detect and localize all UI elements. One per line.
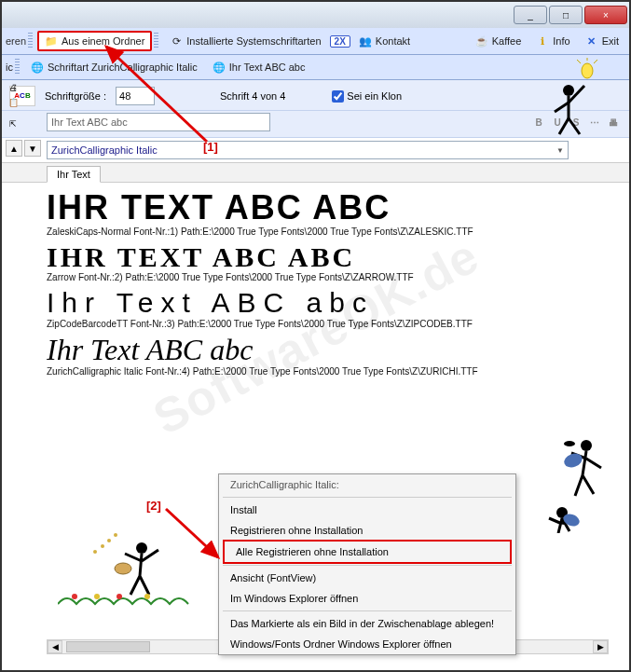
clone-checkbox-row[interactable]: Sei ein Klon	[332, 90, 402, 103]
context-menu: ZurichCalligraphic Italic: Install Regis…	[218, 473, 516, 655]
chevron-down-icon: ▼	[556, 146, 564, 155]
toolbar-grip	[15, 59, 20, 75]
annotation-marker-2: [2]	[146, 499, 161, 513]
print-icon[interactable]: 🖶	[605, 115, 622, 130]
twox-button[interactable]: 2X	[330, 35, 350, 48]
globe-icon: 🌐	[213, 61, 226, 74]
side-buttons: 🖨 📋	[6, 81, 21, 109]
text-input-row: ⇱ B U S ⋯ 🖶	[2, 111, 629, 138]
font-sample[interactable]: Ihr Text ABC abc ZipCodeBarcodeTT Font-N…	[47, 288, 620, 329]
font-sample[interactable]: IHR TEXT ABC ABC Zarrow Font-Nr.:2) Path…	[47, 242, 620, 283]
controls-row: 🖨 📋 ACB Schriftgröße : Schrift 4 von 4 S…	[2, 80, 629, 111]
underline-button[interactable]: U	[549, 115, 566, 130]
sample-text: IHR TEXT ABC ABC	[47, 242, 620, 272]
scroll-thumb[interactable]	[66, 641, 150, 652]
menu-item-install[interactable]: Install	[219, 500, 515, 520]
refresh-icon: ⟳	[170, 34, 183, 48]
toolbar-grip	[154, 33, 158, 49]
more-icon[interactable]: ⋯	[586, 115, 603, 130]
from-folder-button[interactable]: 📁 Aus einem Ordner	[37, 31, 152, 51]
sample-path: ZaleskiCaps-Normal Font-Nr.:1) Path:E:\2…	[47, 226, 620, 237]
font-name-row: ▲ ▼ ZurichCalligraphic Italic ▼	[2, 138, 629, 163]
menu-item-fonts-folder[interactable]: Windows/Fonts Ordner Windows Explorer öf…	[219, 634, 515, 654]
sample-text: Ihr Text ABC abc	[47, 288, 620, 318]
menu-item-register-all[interactable]: Alle Registrieren ohne Installation	[223, 540, 512, 564]
tool-icon[interactable]: ⇱	[6, 117, 21, 130]
exit-button[interactable]: ✕ Exit	[579, 32, 625, 50]
cup-icon: ☕	[475, 34, 488, 48]
context-menu-title: ZurichCalligraphic Italic:	[219, 474, 515, 495]
sample-text-input[interactable]	[47, 113, 270, 131]
window-minimize-button[interactable]: _	[514, 6, 547, 24]
sample-path: Zarrow Font-Nr.:2) Path:E:\2000 True Typ…	[47, 272, 620, 282]
tool-icon[interactable]: 📋	[6, 96, 21, 109]
titlebar: _ □ ×	[2, 2, 629, 28]
window-maximize-button[interactable]: □	[549, 6, 583, 24]
folder-icon: 📁	[45, 34, 58, 48]
toolbar-fonts: ic 🌐 Schriftart ZurichCalligraphic Itali…	[2, 55, 629, 80]
tool-icon[interactable]: 🖨	[6, 81, 21, 94]
info-icon: ℹ	[536, 34, 549, 48]
annotation-marker-1: [1]	[203, 140, 218, 154]
sample-path: ZurichCalligraphic Italic Font-Nr.:4) Pa…	[47, 366, 620, 377]
format-buttons: B U S ⋯ 🖶	[530, 115, 622, 130]
menu-separator	[223, 497, 512, 498]
prev-font-button[interactable]: ▲	[6, 140, 22, 157]
window-close-button[interactable]: ×	[584, 6, 627, 24]
font-sample[interactable]: IHR TEXT ABC ABC ZaleskiCaps-Normal Font…	[47, 190, 620, 237]
font-count-label: Schrift 4 von 4	[220, 90, 285, 102]
bold-button[interactable]: B	[530, 115, 547, 130]
next-font-button[interactable]: ▼	[24, 140, 41, 157]
side-buttons: ⇱	[6, 117, 21, 130]
menu-separator	[223, 565, 512, 566]
toolbar-main: eren 📁 Aus einem Ordner ⟳ Installierte S…	[2, 28, 629, 55]
menu-item-clipboard-image[interactable]: Das Markierte als ein Bild in der Zwisch…	[219, 613, 515, 634]
menu-separator	[223, 610, 512, 611]
close-icon: ✕	[585, 34, 598, 48]
truncated-text: eren	[6, 35, 26, 47]
font-name-dropdown[interactable]: ZurichCalligraphic Italic ▼	[47, 141, 569, 159]
menu-item-register[interactable]: Registrieren ohne Installation	[219, 520, 515, 541]
people-icon: 👥	[359, 34, 372, 48]
menu-item-explorer[interactable]: Im Windows Explorer öffnen	[219, 588, 515, 609]
font-history-item[interactable]: 🌐 Schriftart ZurichCalligraphic Italic	[24, 58, 204, 76]
tab-your-text[interactable]: Ihr Text	[47, 166, 101, 183]
font-sample[interactable]: Ihr Text ABC abc ZurichCalligraphic Ital…	[47, 335, 620, 377]
tab-row: Ihr Text	[2, 163, 629, 183]
contact-button[interactable]: 👥 Kontakt	[352, 32, 417, 50]
globe-icon: 🌐	[31, 61, 44, 74]
scroll-right-button[interactable]: ▶	[593, 640, 608, 653]
sample-path: ZipCodeBarcodeTT Font-Nr.:3) Path:E:\200…	[47, 319, 620, 329]
sample-text: Ihr Text ABC abc	[47, 335, 620, 366]
toolbar-grip	[28, 33, 33, 49]
menu-item-fontview[interactable]: Ansicht (FontView)	[219, 568, 515, 588]
installed-fonts-button[interactable]: ⟳ Installierte Systemschriftarten	[163, 32, 327, 50]
info-button[interactable]: ℹ Info	[529, 32, 576, 50]
font-size-label: Schriftgröße :	[45, 90, 106, 102]
font-size-input[interactable]	[116, 87, 155, 105]
scroll-left-button[interactable]: ◀	[48, 640, 62, 653]
sample-text: IHR TEXT ABC ABC	[47, 190, 620, 226]
strike-button[interactable]: S	[568, 115, 584, 130]
clone-checkbox-label: Sei ein Klon	[347, 90, 402, 102]
font-history-item[interactable]: 🌐 Ihr Text ABC abc	[206, 58, 312, 76]
clone-checkbox[interactable]	[332, 90, 344, 103]
coffee-button[interactable]: ☕ Kaffee	[469, 32, 528, 50]
truncated-text: ic	[6, 62, 13, 73]
